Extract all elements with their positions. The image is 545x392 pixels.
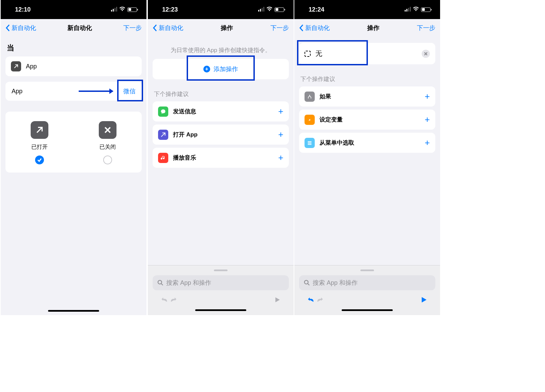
redo-button[interactable] [315, 295, 325, 305]
redo-button[interactable] [169, 295, 178, 305]
undo-button[interactable] [159, 295, 169, 305]
screen-add-action: 12:23 新自动化 操作 下一步 为日常使用的 App 操作创建快捷指令。 +… [148, 0, 294, 315]
svg-line-0 [14, 65, 18, 68]
plus-icon[interactable]: + [278, 129, 283, 140]
branch-icon [305, 92, 315, 102]
app-selector-label: App [12, 88, 22, 95]
status-bar: 12:24 [294, 0, 440, 19]
svg-rect-11 [308, 144, 311, 145]
bottom-panel: 搜索 App 和操作 [294, 265, 440, 315]
suggestion-play-music[interactable]: 播放音乐 + [153, 148, 289, 168]
svg-line-13 [308, 284, 310, 285]
signal-icon [405, 7, 411, 12]
screen-new-automation: 12:10 新自动化 新自动化 下一步 当 App App 微信 [1, 0, 146, 315]
undo-button[interactable] [306, 295, 315, 305]
svg-point-4 [158, 280, 162, 284]
menu-icon [305, 138, 315, 148]
suggestion-choose-menu[interactable]: 从菜单中选取 + [299, 133, 435, 153]
suggestion-label: 从菜单中选取 [320, 139, 420, 147]
nav-bar: 新自动化 新自动化 下一步 [1, 19, 146, 37]
plus-circle-icon: + [203, 66, 210, 72]
svg-rect-10 [308, 143, 311, 143]
back-button[interactable]: 新自动化 [299, 24, 330, 32]
plus-icon[interactable]: + [278, 106, 283, 117]
suggestion-label: 发送信息 [173, 108, 274, 115]
battery-icon [127, 7, 137, 12]
wifi-icon [266, 6, 272, 13]
toolbar [299, 290, 435, 307]
svg-rect-9 [308, 141, 311, 142]
opened-radio[interactable] [35, 156, 44, 164]
home-indicator[interactable] [48, 310, 99, 312]
grabber[interactable] [360, 270, 374, 271]
suggestion-if[interactable]: 如果 + [299, 86, 435, 107]
nav-title: 操作 [367, 24, 379, 32]
signal-icon [258, 7, 264, 12]
grabber[interactable] [214, 270, 228, 271]
svg-line-5 [161, 284, 163, 285]
back-button[interactable]: 新自动化 [153, 24, 183, 32]
trigger-row-app[interactable]: App [5, 56, 142, 76]
app-selector-value[interactable]: 微信 [123, 87, 136, 95]
bottom-panel: 搜索 App 和操作 [148, 265, 294, 315]
home-indicator[interactable] [195, 309, 246, 311]
suggestion-label: 设定变量 [320, 116, 420, 124]
suggestion-label: 如果 [320, 93, 420, 100]
svg-line-1 [37, 127, 42, 132]
empty-placeholder-icon [305, 51, 311, 57]
option-opened[interactable]: 已打开 [31, 121, 48, 164]
action-card-none[interactable]: 无 [299, 43, 435, 64]
battery-icon [275, 7, 284, 12]
search-placeholder: 搜索 App 和操作 [166, 279, 211, 287]
svg-point-12 [305, 280, 308, 284]
close-x-icon [99, 121, 116, 139]
suggestion-label: 播放音乐 [173, 154, 274, 162]
search-bar[interactable]: 搜索 App 和操作 [153, 275, 289, 290]
action-none-label: 无 [315, 49, 417, 58]
suggestions-label: 下个操作建议 [154, 90, 287, 98]
back-label: 新自动化 [305, 24, 330, 32]
wifi-icon [413, 6, 419, 13]
add-action-button[interactable]: + 添加操作 [153, 59, 289, 79]
run-button[interactable] [272, 295, 282, 305]
variable-icon: x [305, 115, 315, 125]
status-icons [405, 6, 431, 13]
open-app-icon [158, 130, 168, 140]
plus-icon[interactable]: + [425, 91, 430, 102]
run-button[interactable] [419, 295, 429, 305]
home-indicator[interactable] [342, 309, 393, 311]
status-icons [258, 6, 284, 13]
next-button[interactable]: 下一步 [417, 24, 435, 32]
content: 当 App App 微信 已打开 [1, 37, 146, 310]
content: 为日常使用的 App 操作创建快捷指令。 + 添加操作 下个操作建议 发送信息 … [148, 37, 294, 265]
search-placeholder: 搜索 App 和操作 [313, 279, 358, 287]
content: 无 下个操作建议 如果 + x 设定变量 + 从菜单中选取 + [294, 37, 440, 265]
suggestion-set-variable[interactable]: x 设定变量 + [299, 110, 435, 130]
hint-text: 为日常使用的 App 操作创建快捷指令。 [153, 46, 289, 54]
next-button[interactable]: 下一步 [123, 24, 142, 32]
next-button[interactable]: 下一步 [270, 24, 289, 32]
closed-radio[interactable] [103, 156, 112, 164]
when-label: 当 [7, 43, 140, 53]
closed-label: 已关闭 [99, 144, 116, 151]
plus-icon[interactable]: + [278, 152, 283, 163]
svg-text:x: x [308, 118, 311, 121]
message-icon [158, 107, 168, 117]
option-closed[interactable]: 已关闭 [99, 121, 116, 164]
back-button[interactable]: 新自动化 [5, 24, 36, 32]
plus-icon[interactable]: + [425, 137, 430, 148]
toolbar [153, 290, 289, 307]
plus-icon[interactable]: + [425, 114, 430, 125]
wifi-icon [119, 6, 125, 13]
suggestion-open-app[interactable]: 打开 App + [153, 125, 289, 145]
status-bar: 12:10 [1, 0, 146, 19]
status-bar: 12:23 [148, 0, 294, 19]
search-bar[interactable]: 搜索 App 和操作 [299, 275, 435, 290]
app-state-card: 已打开 已关闭 [5, 112, 142, 173]
signal-icon [111, 7, 117, 12]
clear-button[interactable] [422, 50, 430, 58]
opened-label: 已打开 [31, 144, 48, 151]
app-selector-row[interactable]: App 微信 [5, 82, 142, 101]
suggestion-send-message[interactable]: 发送信息 + [153, 101, 289, 121]
screen-action-none: 12:24 新自动化 操作 下一步 无 下个操作建议 如果 + [294, 0, 440, 315]
